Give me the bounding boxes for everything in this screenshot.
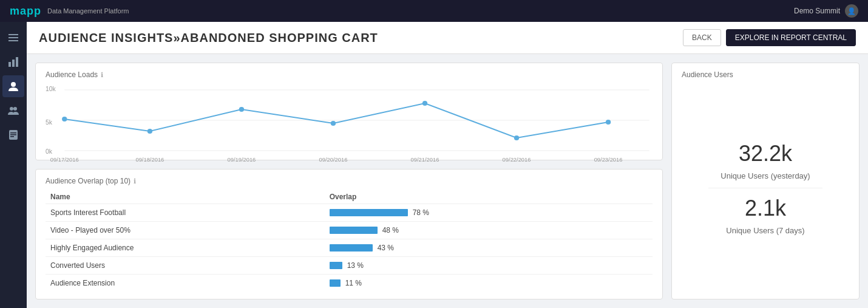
svg-rect-5: [16, 57, 18, 67]
left-panel: Audience Loads ℹ 10k 5k 0k: [35, 63, 663, 299]
username: Demo Summit: [794, 7, 840, 15]
svg-point-6: [11, 82, 16, 87]
svg-point-7: [10, 107, 13, 111]
overlap-table: Name Overlap Sports Interest Football78 …: [46, 190, 653, 292]
overlap-row-name: Audience Extension: [46, 275, 325, 292]
audience-overlap-card: Audience Overlap (top 10) ℹ Name Overlap…: [35, 169, 663, 299]
audience-loads-title: Audience Loads ℹ: [46, 70, 653, 79]
audience-users-card: Audience Users 32.2k Unique Users (yeste…: [671, 63, 860, 299]
stat-divider: [708, 188, 823, 188]
svg-rect-3: [8, 62, 11, 67]
col-overlap-header: Overlap: [325, 190, 653, 204]
svg-point-22: [331, 121, 336, 126]
overlap-pct-label: 78 %: [413, 208, 429, 217]
svg-text:10k: 10k: [46, 86, 56, 92]
svg-point-24: [514, 135, 519, 140]
page-header: AUDIENCE INSIGHTS»ABANDONED SHOPPING CAR…: [27, 22, 868, 54]
sidebar-menu-icon[interactable]: [2, 27, 24, 49]
page-title: AUDIENCE INSIGHTS»ABANDONED SHOPPING CAR…: [39, 31, 378, 45]
overlap-row-bar: 48 %: [325, 222, 653, 239]
table-row: Highly Engaged Audience43 %: [46, 239, 653, 257]
explore-button[interactable]: EXPLORE IN REPORT CENTRAL: [726, 29, 856, 46]
audience-overlap-info-icon[interactable]: ℹ: [134, 177, 136, 185]
topbar-right: Demo Summit 👤: [794, 4, 858, 18]
svg-rect-10: [10, 132, 16, 134]
overlap-row-bar: 78 %: [325, 204, 653, 222]
stat1-value: 32.2k: [739, 141, 792, 166]
svg-text:0k: 0k: [46, 148, 53, 155]
svg-point-25: [606, 120, 611, 125]
stat2-value: 2.1k: [745, 196, 786, 221]
svg-rect-4: [12, 60, 15, 67]
svg-rect-12: [10, 136, 14, 137]
svg-point-8: [13, 107, 17, 111]
sidebar-report-icon[interactable]: [2, 124, 24, 146]
right-panel: Audience Users 32.2k Unique Users (yeste…: [671, 63, 860, 299]
svg-text:09/17/2016: 09/17/2016: [50, 157, 79, 163]
audience-users-title: Audience Users: [682, 70, 849, 79]
sidebar-group-icon[interactable]: [2, 100, 24, 121]
topbar-left: mapp Data Management Platform: [10, 5, 129, 18]
svg-rect-11: [10, 134, 16, 135]
svg-rect-0: [8, 34, 18, 35]
loads-chart-svg: 10k 5k 0k: [46, 84, 653, 163]
content-area: Audience Loads ℹ 10k 5k 0k: [27, 54, 868, 308]
topbar: mapp Data Management Platform Demo Summi…: [0, 0, 868, 22]
svg-rect-1: [8, 37, 18, 38]
table-row: Audience Extension11 %: [46, 275, 653, 292]
sidebar-users-icon[interactable]: [2, 75, 24, 97]
overlap-row-name: Highly Engaged Audience: [46, 239, 325, 257]
sidebar: [0, 22, 27, 308]
user-avatar[interactable]: 👤: [845, 4, 858, 18]
svg-point-23: [422, 101, 427, 106]
logo: mapp: [10, 5, 41, 18]
overlap-row-bar: 13 %: [325, 257, 653, 275]
stat2-label: Unique Users (7 days): [726, 226, 804, 235]
svg-text:5k: 5k: [46, 119, 53, 126]
svg-point-21: [239, 107, 244, 112]
platform-subtitle: Data Management Platform: [47, 7, 129, 15]
table-row: Converted Users13 %: [46, 257, 653, 275]
overlap-row-name: Converted Users: [46, 257, 325, 275]
audience-users-stats: 32.2k Unique Users (yesterday) 2.1k Uniq…: [682, 84, 849, 292]
svg-text:09/22/2016: 09/22/2016: [503, 157, 531, 163]
overlap-row-name: Sports Interest Football: [46, 204, 325, 222]
svg-text:09/18/2016: 09/18/2016: [135, 157, 164, 163]
svg-text:09/23/2016: 09/23/2016: [594, 157, 623, 163]
overlap-row-name: Video - Played over 50%: [46, 222, 325, 239]
col-name-header: Name: [46, 190, 325, 204]
overlap-row-bar: 43 %: [325, 239, 653, 257]
audience-loads-info-icon[interactable]: ℹ: [101, 71, 103, 79]
audience-loads-card: Audience Loads ℹ 10k 5k 0k: [35, 63, 663, 160]
svg-text:09/20/2016: 09/20/2016: [319, 157, 348, 163]
content: AUDIENCE INSIGHTS»ABANDONED SHOPPING CAR…: [27, 22, 868, 308]
overlap-pct-label: 48 %: [382, 226, 399, 234]
sidebar-analytics-icon[interactable]: [2, 51, 24, 73]
stat1-label: Unique Users (yesterday): [721, 171, 810, 180]
chart-container: 10k 5k 0k: [46, 84, 653, 163]
header-actions: BACK EXPLORE IN REPORT CENTRAL: [683, 29, 856, 46]
overlap-row-bar: 11 %: [325, 275, 653, 292]
table-row: Sports Interest Football78 %: [46, 204, 653, 222]
main-layout: AUDIENCE INSIGHTS»ABANDONED SHOPPING CAR…: [0, 22, 868, 308]
overlap-pct-label: 11 %: [345, 279, 362, 287]
overlap-pct-label: 43 %: [378, 244, 394, 252]
table-row: Video - Played over 50%48 %: [46, 222, 653, 239]
back-button[interactable]: BACK: [683, 29, 721, 46]
svg-text:09/19/2016: 09/19/2016: [228, 157, 256, 163]
svg-point-19: [62, 117, 67, 121]
overlap-pct-label: 13 %: [347, 261, 364, 270]
audience-overlap-title: Audience Overlap (top 10) ℹ: [46, 177, 653, 185]
svg-text:09/21/2016: 09/21/2016: [411, 157, 439, 163]
svg-rect-2: [8, 40, 18, 41]
svg-point-20: [147, 129, 152, 134]
